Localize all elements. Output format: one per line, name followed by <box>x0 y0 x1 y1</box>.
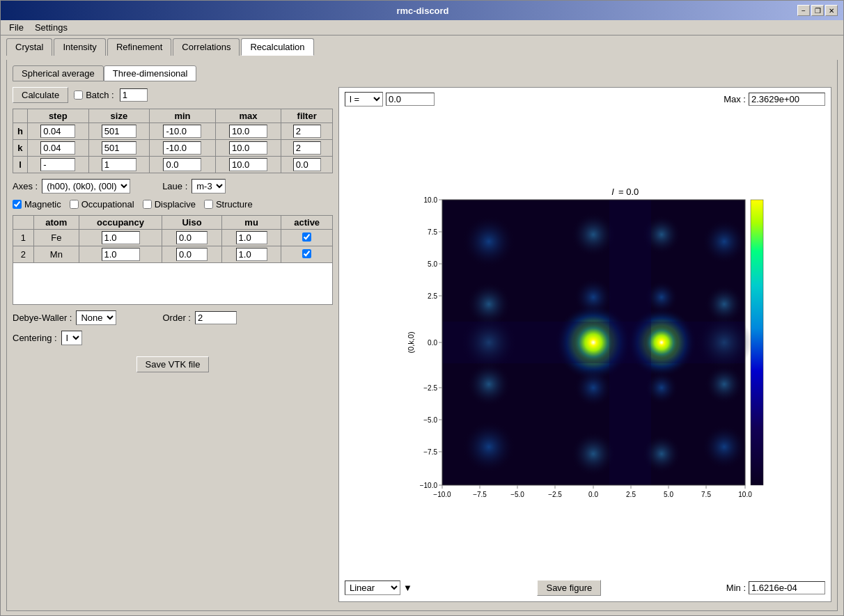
top-controls: Calculate Batch : <box>13 87 333 103</box>
sub-tabs: Spherical average Three-dimensional <box>13 65 831 81</box>
heatmap-blob <box>462 215 515 268</box>
k-step-input[interactable] <box>40 141 75 155</box>
tab-intensity[interactable]: Intensity <box>54 38 105 56</box>
occupational-checkbox[interactable] <box>70 200 79 209</box>
inner-panel: Spherical average Three-dimensional Calc… <box>6 60 838 611</box>
x-tick-label: 10.0 <box>738 491 752 498</box>
mn-active-checkbox[interactable] <box>302 249 311 258</box>
structure-label: Structure <box>216 199 253 210</box>
grid-header-rowlabel <box>13 109 28 123</box>
heatmap-container: l = 0.0 <box>342 108 828 577</box>
mn-mu-input[interactable] <box>236 248 267 261</box>
batch-checkbox[interactable] <box>74 90 83 100</box>
min-display: Min : <box>726 581 825 594</box>
h-max-input[interactable] <box>229 125 267 138</box>
save-vtk-button[interactable]: Save VTK file <box>136 356 210 372</box>
colorbar-rect <box>751 200 763 485</box>
axes-select[interactable]: (h00), (0k0), (00l) <box>42 179 130 194</box>
x-tick-label: −2.5 <box>548 491 562 498</box>
max-input[interactable] <box>749 93 825 106</box>
k-filter-input[interactable] <box>293 141 321 155</box>
l-step-input[interactable] <box>40 158 75 171</box>
close-button[interactable]: ✕ <box>825 5 838 16</box>
fe-uiso-input[interactable] <box>176 231 208 244</box>
menu-file[interactable]: File <box>3 21 29 34</box>
displacive-checkbox[interactable] <box>143 200 152 209</box>
fe-mu-input[interactable] <box>236 231 267 244</box>
h-filter-input[interactable] <box>293 125 321 138</box>
heatmap-blob <box>702 425 747 469</box>
h-size-input[interactable] <box>102 125 136 138</box>
fe-active-checkbox[interactable] <box>302 232 311 242</box>
magnetic-checkbox[interactable] <box>13 200 22 209</box>
tab-crystal[interactable]: Crystal <box>6 38 52 56</box>
l-filter-input[interactable] <box>293 158 321 171</box>
window-title: rmc-discord <box>48 6 797 16</box>
order-label: Order : <box>162 313 190 323</box>
min-input[interactable] <box>749 581 825 594</box>
h-step-input[interactable] <box>40 125 75 138</box>
minimize-button[interactable]: − <box>797 5 810 16</box>
k-size-input[interactable] <box>102 141 136 155</box>
atom-header-atom: atom <box>33 216 79 230</box>
l-size-input[interactable] <box>102 158 136 171</box>
mn-uiso-input[interactable] <box>176 248 208 261</box>
batch-checkbox-label: Batch : <box>74 90 114 100</box>
displacive-checkbox-label: Displacive <box>143 199 196 210</box>
k-max-input[interactable] <box>229 141 267 155</box>
centering-row: Centering : I <box>13 331 333 345</box>
atom-name-fe: Fe <box>33 230 79 246</box>
atom-num-1: 1 <box>13 230 34 246</box>
max-label: Max : <box>724 94 746 104</box>
h-min-input[interactable] <box>163 125 201 138</box>
tab-correlations[interactable]: Correlations <box>173 38 240 56</box>
grid-container: step size min max filter h <box>13 109 333 173</box>
heatmap-blob <box>645 371 678 404</box>
heatmap-blob <box>467 362 511 406</box>
heatmap-blob <box>702 219 747 264</box>
scale-dropdown-icon: ▼ <box>403 583 412 593</box>
heatmap-blob <box>705 365 744 404</box>
laue-select[interactable]: m-3 <box>192 179 226 194</box>
atom-header-mu: mu <box>221 216 281 230</box>
mn-occupancy-input[interactable] <box>102 248 140 261</box>
l-selector: l = <box>345 92 435 106</box>
left-panel: Calculate Batch : <box>13 87 333 602</box>
x-tick-label: −5.0 <box>510 491 524 498</box>
restore-button[interactable]: ❐ <box>811 5 824 16</box>
l-value-input[interactable] <box>386 93 435 106</box>
atom-num-2: 2 <box>13 246 34 263</box>
axes-laue-row: Axes : (h00), (0k0), (00l) Laue : m-3 <box>13 179 333 194</box>
sub-tab-3d[interactable]: Three-dimensional <box>104 65 197 81</box>
grid-header-filter: filter <box>281 109 333 123</box>
save-figure-button[interactable]: Save figure <box>537 580 601 596</box>
centering-select[interactable]: I <box>61 331 82 345</box>
occupational-label: Occupational <box>81 199 134 210</box>
heatmap-svg: l = 0.0 <box>404 182 766 503</box>
axes-label: Axes : <box>13 181 38 191</box>
displacive-label: Displacive <box>155 199 196 210</box>
scale-select[interactable]: Linear Log <box>345 581 400 595</box>
window-controls: − ❐ ✕ <box>797 5 838 16</box>
k-min-input[interactable] <box>163 141 201 155</box>
tab-recalculation[interactable]: Recalculation <box>241 38 313 56</box>
sub-tab-spherical[interactable]: Spherical average <box>13 65 104 81</box>
y-tick-label: −10.0 <box>420 482 438 489</box>
l-max-input[interactable] <box>229 158 267 171</box>
batch-input[interactable] <box>120 88 148 102</box>
y-tick-label: −5.0 <box>423 416 437 424</box>
table-row: h <box>13 123 333 140</box>
y-tick-label: 5.0 <box>428 260 437 268</box>
l-eq-select[interactable]: l = <box>345 92 383 106</box>
atom-name-mn: Mn <box>33 246 79 263</box>
calculate-button[interactable]: Calculate <box>13 87 68 103</box>
table-row: l <box>13 157 333 173</box>
structure-checkbox[interactable] <box>204 200 213 209</box>
order-input[interactable] <box>195 311 237 324</box>
menu-settings[interactable]: Settings <box>29 21 73 34</box>
l-min-input[interactable] <box>163 158 201 171</box>
fe-occupancy-input[interactable] <box>102 231 140 244</box>
grid-header-max: max <box>215 109 281 123</box>
tab-refinement[interactable]: Refinement <box>107 38 171 56</box>
debye-select[interactable]: None <box>76 310 116 325</box>
